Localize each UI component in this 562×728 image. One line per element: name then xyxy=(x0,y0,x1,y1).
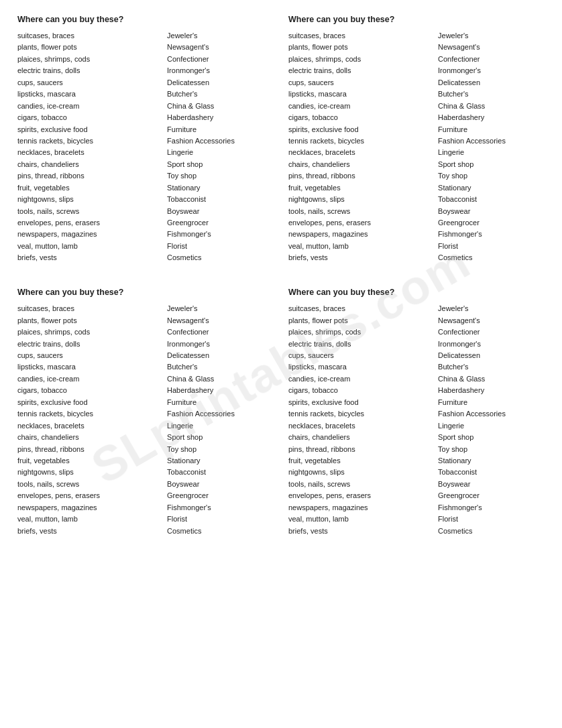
right-item-3-8: Haberdashery xyxy=(167,385,274,396)
right-item-4-1: Jeweler's xyxy=(438,304,545,314)
quadrant-1: Where can you buy these?suitcases, brace… xyxy=(13,12,278,266)
quadrant-3: Where can you buy these?suitcases, brace… xyxy=(13,285,278,539)
right-item-4-9: Furniture xyxy=(438,398,545,408)
left-item-2-6: lipsticks, mascara xyxy=(288,89,433,100)
left-item-2-2: plants, flower pots xyxy=(288,42,433,53)
left-item-3-7: candies, ice-cream xyxy=(17,374,162,385)
right-item-1-12: Sport shop xyxy=(167,160,274,170)
right-item-2-15: Tobacconist xyxy=(438,194,545,205)
left-item-4-20: briefs, vests xyxy=(288,526,433,537)
left-item-4-13: pins, thread, ribbons xyxy=(288,444,433,455)
left-item-4-11: necklaces, bracelets xyxy=(288,421,433,432)
left-item-1-7: candies, ice-cream xyxy=(17,101,162,112)
left-item-1-11: necklaces, bracelets xyxy=(17,147,162,158)
left-item-4-18: newspapers, magazines xyxy=(288,503,433,513)
right-item-1-13: Toy shop xyxy=(167,171,274,182)
right-item-1-15: Tobacconist xyxy=(167,194,274,205)
right-item-3-9: Furniture xyxy=(167,398,274,408)
right-item-3-4: Ironmonger's xyxy=(167,339,274,350)
left-item-2-15: nightgowns, slips xyxy=(288,194,433,205)
left-item-2-5: cups, saucers xyxy=(288,78,433,88)
left-item-4-7: candies, ice-cream xyxy=(288,374,433,385)
left-item-4-3: plaices, shrimps, cods xyxy=(288,327,433,338)
right-item-2-17: Greengrocer xyxy=(438,218,545,229)
left-col-1: suitcases, bracesplants, flower potsplai… xyxy=(17,31,162,263)
left-item-4-9: spirits, exclusive food xyxy=(288,398,433,408)
left-col-3: suitcases, bracesplants, flower potsplai… xyxy=(17,304,162,536)
right-item-1-16: Boyswear xyxy=(167,206,274,217)
right-item-4-3: Confectioner xyxy=(438,327,545,338)
exercise-body-4: suitcases, bracesplants, flower potsplai… xyxy=(288,304,545,536)
right-item-3-15: Tobacconist xyxy=(167,467,274,478)
right-item-4-7: China & Glass xyxy=(438,374,545,385)
quadrant-title-1: Where can you buy these? xyxy=(17,15,274,24)
right-item-4-17: Greengrocer xyxy=(438,491,545,501)
right-item-3-12: Sport shop xyxy=(167,432,274,443)
right-item-3-5: Delicatessen xyxy=(167,351,274,361)
left-item-1-18: newspapers, magazines xyxy=(17,229,162,240)
right-item-1-7: China & Glass xyxy=(167,101,274,112)
right-item-2-13: Toy shop xyxy=(438,171,545,182)
right-item-1-11: Lingerie xyxy=(167,147,274,158)
left-item-3-3: plaices, shrimps, cods xyxy=(17,327,162,338)
left-item-2-3: plaices, shrimps, cods xyxy=(288,54,433,65)
left-item-2-19: veal, mutton, lamb xyxy=(288,241,433,252)
right-item-4-18: Fishmonger's xyxy=(438,503,545,513)
left-item-2-13: pins, thread, ribbons xyxy=(288,171,433,182)
right-item-3-13: Toy shop xyxy=(167,444,274,455)
left-item-3-4: electric trains, dolls xyxy=(17,339,162,350)
left-item-1-3: plaices, shrimps, cods xyxy=(17,54,162,65)
right-item-2-19: Florist xyxy=(438,241,545,252)
right-item-1-20: Cosmetics xyxy=(167,253,274,263)
left-item-3-6: lipsticks, mascara xyxy=(17,362,162,373)
left-item-3-10: tennis rackets, bicycles xyxy=(17,409,162,420)
left-item-4-19: veal, mutton, lamb xyxy=(288,514,433,525)
left-item-1-10: tennis rackets, bicycles xyxy=(17,136,162,147)
right-item-1-8: Haberdashery xyxy=(167,113,274,123)
right-item-1-9: Furniture xyxy=(167,125,274,135)
right-item-3-14: Stationary xyxy=(167,456,274,467)
right-col-3: Jeweler'sNewsagent'sConfectionerIronmong… xyxy=(167,304,274,536)
left-item-3-14: fruit, vegetables xyxy=(17,456,162,467)
left-item-3-20: briefs, vests xyxy=(17,526,162,537)
left-item-2-9: spirits, exclusive food xyxy=(288,125,433,135)
left-item-1-8: cigars, tobacco xyxy=(17,113,162,123)
left-item-3-12: chairs, chandeliers xyxy=(17,432,162,443)
right-item-3-2: Newsagent's xyxy=(167,316,274,326)
right-item-2-9: Furniture xyxy=(438,125,545,135)
right-item-3-17: Greengrocer xyxy=(167,491,274,501)
right-item-2-14: Stationary xyxy=(438,183,545,194)
right-item-3-6: Butcher's xyxy=(167,362,274,373)
left-item-4-15: nightgowns, slips xyxy=(288,467,433,478)
left-item-4-1: suitcases, braces xyxy=(288,304,433,314)
left-item-1-1: suitcases, braces xyxy=(17,31,162,42)
quadrant-4: Where can you buy these?suitcases, brace… xyxy=(284,285,549,539)
left-item-4-10: tennis rackets, bicycles xyxy=(288,409,433,420)
right-col-2: Jeweler'sNewsagent'sConfectionerIronmong… xyxy=(438,31,545,263)
right-item-1-4: Ironmonger's xyxy=(167,66,274,76)
left-item-3-8: cigars, tobacco xyxy=(17,385,162,396)
quadrant-2: Where can you buy these?suitcases, brace… xyxy=(284,12,549,266)
left-item-2-20: briefs, vests xyxy=(288,253,433,263)
left-item-1-9: spirits, exclusive food xyxy=(17,125,162,135)
right-item-2-2: Newsagent's xyxy=(438,42,545,53)
left-item-3-1: suitcases, braces xyxy=(17,304,162,314)
right-item-2-11: Lingerie xyxy=(438,147,545,158)
left-item-1-4: electric trains, dolls xyxy=(17,66,162,76)
right-item-3-3: Confectioner xyxy=(167,327,274,338)
right-item-1-19: Florist xyxy=(167,241,274,252)
left-item-2-12: chairs, chandeliers xyxy=(288,160,433,170)
left-item-1-20: briefs, vests xyxy=(17,253,162,263)
right-item-2-7: China & Glass xyxy=(438,101,545,112)
right-item-3-20: Cosmetics xyxy=(167,526,274,537)
right-item-4-20: Cosmetics xyxy=(438,526,545,537)
right-item-3-16: Boyswear xyxy=(167,479,274,490)
right-item-1-17: Greengrocer xyxy=(167,218,274,229)
left-item-3-18: newspapers, magazines xyxy=(17,503,162,513)
right-col-1: Jeweler'sNewsagent'sConfectionerIronmong… xyxy=(167,31,274,263)
right-item-3-1: Jeweler's xyxy=(167,304,274,314)
right-item-2-16: Boyswear xyxy=(438,206,545,217)
left-item-4-5: cups, saucers xyxy=(288,351,433,361)
left-item-2-14: fruit, vegetables xyxy=(288,183,433,194)
right-item-3-19: Florist xyxy=(167,514,274,525)
